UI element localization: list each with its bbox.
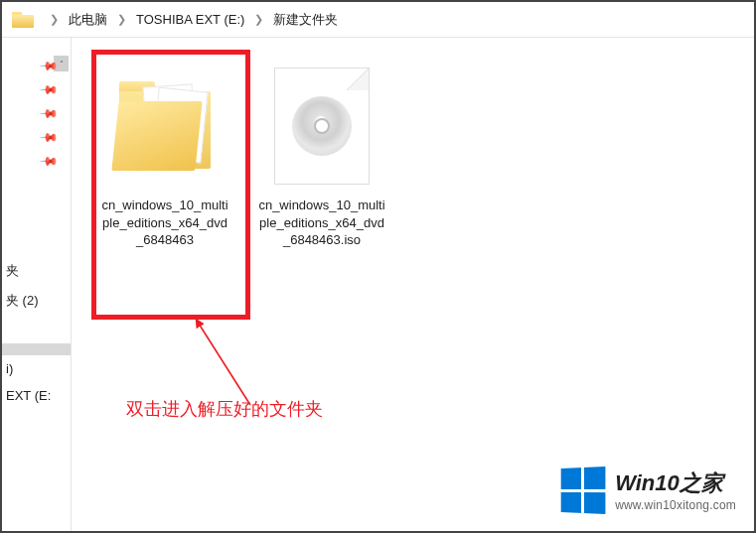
sidebar-item[interactable]: i) (2, 355, 71, 382)
address-bar: ❯ 此电脑 ❯ TOSHIBA EXT (E:) ❯ 新建文件夹 (2, 2, 754, 38)
folder-item[interactable]: cn_windows_10_multiple_editions_x64_dvd_… (101, 62, 228, 249)
breadcrumb-folder[interactable]: 新建文件夹 (271, 9, 340, 31)
chevron-right-icon[interactable]: ❯ (246, 13, 271, 26)
iso-file-icon (274, 67, 370, 185)
folder-large-icon (115, 81, 215, 171)
quick-access-pin[interactable]: 📌 (2, 125, 71, 149)
disc-icon (292, 96, 352, 156)
breadcrumb-this-pc[interactable]: 此电脑 (67, 9, 109, 31)
quick-access-pin[interactable]: 📌 (2, 149, 71, 173)
file-label: cn_windows_10_multiple_editions_x64_dvd_… (101, 197, 228, 249)
watermark-url: www.win10xitong.com (615, 498, 736, 512)
pin-icon: 📌 (39, 79, 60, 100)
windows-logo-icon (561, 466, 606, 514)
sidebar-item[interactable]: 夹 (2, 256, 71, 286)
breadcrumb-drive[interactable]: TOSHIBA EXT (E:) (134, 10, 246, 29)
pin-icon: 📌 (39, 151, 60, 172)
nav-sidebar: ˄ 📌 📌 📌 📌 📌 夹 夹 (2) i) EXT (E: (2, 38, 72, 531)
chevron-right-icon[interactable]: ❯ (109, 13, 134, 26)
folder-icon (12, 10, 36, 30)
sidebar-item[interactable] (2, 343, 71, 355)
watermark: Win10之家 www.win10xitong.com (559, 467, 736, 513)
pin-icon: 📌 (39, 127, 60, 148)
sidebar-item-drive[interactable]: EXT (E: (2, 382, 71, 409)
quick-access-pin[interactable]: 📌 (2, 77, 71, 101)
svg-line-0 (199, 324, 250, 405)
quick-access-pin[interactable]: 📌 (2, 101, 71, 125)
iso-file-item[interactable]: cn_windows_10_multiple_editions_x64_dvd_… (258, 62, 385, 249)
chevron-right-icon[interactable]: ❯ (42, 13, 67, 26)
pin-icon: 📌 (39, 103, 60, 124)
file-pane[interactable]: cn_windows_10_multiple_editions_x64_dvd_… (72, 38, 754, 531)
sidebar-item[interactable]: 夹 (2) (2, 286, 71, 316)
annotation-text: 双击进入解压好的文件夹 (126, 397, 323, 421)
watermark-title: Win10之家 (615, 468, 736, 498)
file-label: cn_windows_10_multiple_editions_x64_dvd_… (258, 197, 385, 249)
main-area: ˄ 📌 📌 📌 📌 📌 夹 夹 (2) i) EXT (E: (2, 38, 754, 531)
